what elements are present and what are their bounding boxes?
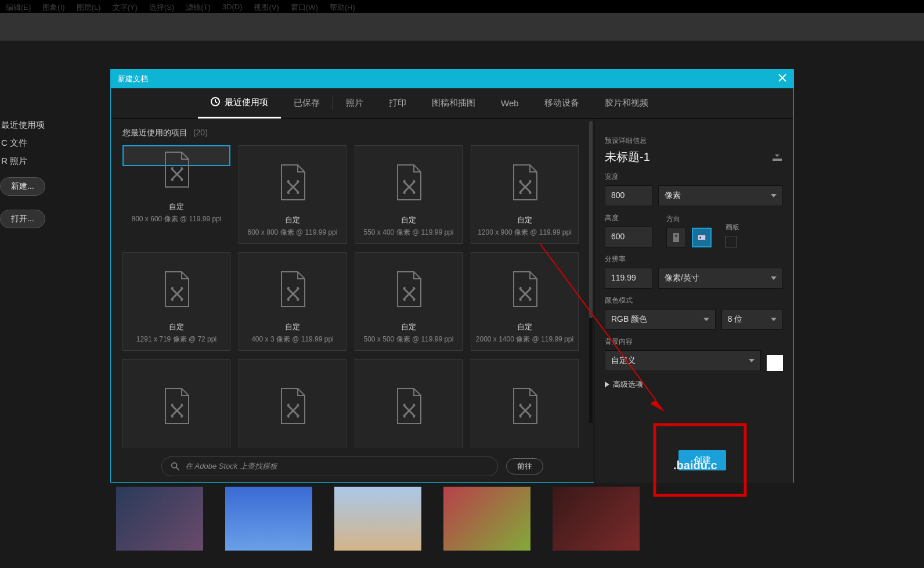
options-bar: [0, 13, 924, 41]
recent-thumbnail[interactable]: [553, 487, 640, 551]
svg-point-5: [699, 236, 701, 238]
menu-item[interactable]: 选择(S): [149, 2, 174, 10]
recent-thumbnail[interactable]: [116, 487, 203, 551]
menu-item[interactable]: 文字(Y): [113, 2, 138, 10]
preset-item[interactable]: 自定600 x 800 像素 @ 119.99 ppi: [239, 145, 346, 244]
new-button[interactable]: 新建...: [0, 177, 45, 196]
tab-recent[interactable]: 最近使用项: [198, 88, 281, 118]
background-color-swatch[interactable]: [767, 355, 783, 371]
color-mode-label: 颜色模式: [605, 296, 783, 305]
tab-mobile[interactable]: 移动设备: [532, 88, 592, 118]
width-input[interactable]: 800: [605, 185, 652, 206]
preset-detail: 600 x 800 像素 @ 119.99 ppi: [248, 228, 338, 238]
preset-item[interactable]: 自定800 x 600 像素 @ 119.99 ppi: [122, 145, 230, 166]
preset-name: 自定: [401, 215, 416, 225]
menu-item[interactable]: 3D(D): [222, 2, 243, 10]
go-button[interactable]: 前往: [506, 458, 543, 474]
preset-name: 自定: [401, 322, 416, 332]
preset-name: 自定: [517, 322, 532, 332]
menu-item[interactable]: 图层(L): [77, 2, 101, 10]
preset-name: 自定: [517, 215, 532, 225]
svg-point-3: [675, 235, 677, 237]
home-lr-photos-label[interactable]: R 照片: [0, 152, 81, 170]
orientation-portrait-button[interactable]: [666, 228, 686, 247]
tab-print[interactable]: 打印: [376, 88, 419, 118]
document-icon: [509, 271, 540, 311]
stock-search-input[interactable]: 在 Adobe Stock 上查找模板: [161, 456, 498, 476]
new-document-dialog: 新建文档 最近使用项 已保存 照片 打印 图稿和插图 Web 移动设备 胶片和视…: [110, 69, 794, 483]
menu-item[interactable]: 编辑(E): [6, 2, 31, 10]
preset-item[interactable]: 自定: [355, 359, 463, 448]
menu-item[interactable]: 帮助(H): [330, 2, 355, 10]
home-recent-label[interactable]: 最近使用项: [0, 116, 81, 134]
document-icon: [393, 164, 424, 204]
preset-detail: 2000 x 1400 像素 @ 119.99 ppi: [476, 335, 573, 344]
preset-detail: 1200 x 900 像素 @ 119.99 ppi: [478, 228, 572, 238]
clock-icon: [211, 97, 220, 108]
details-heading: 预设详细信息: [605, 136, 783, 146]
menu-item[interactable]: 窗口(W): [291, 2, 318, 10]
preset-item[interactable]: 自定2000 x 1400 像素 @ 119.99 ppi: [471, 252, 579, 351]
save-preset-icon[interactable]: [771, 152, 783, 163]
close-icon[interactable]: [778, 74, 786, 84]
color-mode-select[interactable]: RGB 颜色: [605, 309, 716, 330]
search-icon: [171, 462, 179, 470]
preset-detail: 500 x 500 像素 @ 119.99 ppi: [364, 335, 454, 344]
background-select[interactable]: 自定义: [605, 350, 761, 371]
svg-rect-2: [673, 233, 679, 242]
preset-item[interactable]: 自定400 x 3 像素 @ 119.99 ppi: [239, 252, 346, 351]
preset-item[interactable]: 自定500 x 500 像素 @ 119.99 ppi: [355, 252, 463, 351]
document-icon: [277, 271, 308, 311]
preset-name: 自定: [169, 322, 184, 332]
orientation-label: 方向: [666, 214, 712, 224]
menu-item[interactable]: 滤镜(T): [186, 2, 211, 10]
resolution-unit-select[interactable]: 像素/英寸: [658, 268, 783, 289]
height-label: 高度: [605, 213, 652, 223]
resolution-input[interactable]: 119.99: [605, 268, 652, 289]
color-depth-select[interactable]: 8 位: [721, 309, 783, 330]
category-tabs: 最近使用项 已保存 照片 打印 图稿和插图 Web 移动设备 胶片和视频: [111, 88, 793, 118]
preset-item[interactable]: 自定: [471, 359, 579, 448]
dialog-title: 新建文档: [118, 74, 148, 84]
main-menu-bar: 编辑(E) 图象(I) 图层(L) 文字(Y) 选择(S) 滤镜(T) 3D(D…: [0, 0, 924, 13]
preset-item[interactable]: 自定: [239, 359, 346, 448]
svg-point-1: [172, 463, 177, 468]
preset-item[interactable]: 自定1291 x 719 像素 @ 72 ppi: [122, 252, 230, 351]
preset-item[interactable]: 自定550 x 400 像素 @ 119.99 ppi: [355, 145, 463, 244]
recent-thumbnail[interactable]: [225, 487, 312, 551]
artboard-checkbox[interactable]: [726, 236, 737, 247]
advanced-options-toggle[interactable]: 高级选项: [605, 379, 783, 390]
height-input[interactable]: 600: [605, 227, 652, 247]
home-cc-files-label[interactable]: C 文件: [0, 134, 81, 152]
resolution-label: 分辨率: [605, 254, 783, 264]
preset-item[interactable]: 自定: [122, 359, 230, 448]
tab-photo[interactable]: 照片: [333, 88, 376, 118]
tab-art[interactable]: 图稿和插图: [419, 88, 488, 118]
unit-select[interactable]: 像素: [658, 185, 783, 206]
preset-grid-area: 您最近使用的项目 (20) 自定800 x 600 像素 @ 119.99 pp…: [111, 118, 594, 483]
document-icon: [277, 387, 308, 428]
preset-detail: 800 x 600 像素 @ 119.99 ppi: [132, 214, 222, 224]
recent-thumbnail[interactable]: [443, 487, 530, 551]
background-label: 背景内容: [605, 337, 783, 347]
dialog-titlebar: 新建文档: [111, 70, 793, 88]
document-icon: [161, 271, 192, 311]
document-icon: [393, 271, 424, 311]
tab-saved[interactable]: 已保存: [281, 88, 333, 118]
scrollbar-thumb[interactable]: [589, 121, 593, 318]
recent-thumbnail[interactable]: [334, 487, 421, 551]
recent-gallery: [116, 487, 640, 551]
width-label: 宽度: [605, 172, 783, 182]
scrollbar[interactable]: [589, 121, 593, 423]
document-icon: [161, 387, 192, 428]
open-button[interactable]: 打开...: [0, 210, 45, 228]
preset-item[interactable]: 自定1200 x 900 像素 @ 119.99 ppi: [471, 145, 579, 244]
artboard-label: 画板: [726, 222, 739, 232]
tab-web[interactable]: Web: [488, 88, 532, 118]
menu-item[interactable]: 图象(I): [42, 2, 64, 10]
svg-rect-4: [698, 235, 705, 240]
document-name-input[interactable]: 未标题-1: [605, 149, 650, 165]
orientation-landscape-button[interactable]: [692, 228, 712, 247]
tab-film[interactable]: 胶片和视频: [592, 88, 661, 118]
menu-item[interactable]: 视图(V): [254, 2, 279, 10]
